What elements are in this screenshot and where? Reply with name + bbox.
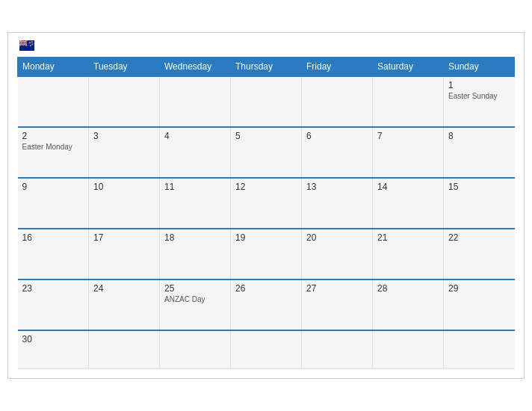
- day-number: 2: [22, 131, 84, 141]
- week-row-5: 232425ANZAC Day26272829: [18, 279, 515, 330]
- day-number: 4: [164, 131, 226, 141]
- calendar-header: [17, 40, 515, 51]
- day-cell: [373, 330, 444, 369]
- day-number: 7: [377, 131, 439, 141]
- day-cell: 24: [89, 279, 160, 330]
- day-cell: 15: [444, 178, 515, 229]
- svg-point-13: [30, 45, 31, 46]
- day-number: 19: [235, 232, 297, 243]
- day-cell: 7: [373, 127, 444, 178]
- calendar-wrapper: MondayTuesdayWednesdayThursdayFridaySatu…: [7, 32, 525, 380]
- day-header-friday: Friday: [302, 57, 373, 76]
- day-number: 29: [448, 283, 510, 294]
- day-cell: 27: [302, 279, 373, 330]
- day-number: 13: [306, 182, 368, 192]
- day-cell: 10: [89, 178, 160, 229]
- day-cell: 16: [18, 229, 89, 279]
- day-cell: [231, 76, 302, 127]
- day-number: 21: [377, 232, 439, 243]
- day-cell: [160, 76, 231, 127]
- day-header-tuesday: Tuesday: [89, 57, 160, 76]
- day-number: 14: [377, 182, 439, 192]
- day-cell: 22: [444, 229, 515, 279]
- day-cell: 17: [89, 229, 160, 279]
- week-row-3: 9101112131415: [18, 178, 515, 229]
- day-cell: [302, 76, 373, 127]
- day-number: 15: [448, 182, 510, 192]
- day-number: 18: [164, 232, 226, 243]
- day-cell: 13: [302, 178, 373, 229]
- day-number: 27: [306, 283, 368, 294]
- day-cell: 3: [89, 127, 160, 178]
- day-cell: 8: [444, 127, 515, 178]
- week-row-6: 30: [18, 330, 515, 369]
- day-cell: [160, 330, 231, 369]
- day-number: 6: [306, 131, 368, 141]
- day-number: 25: [164, 283, 226, 294]
- day-cell: 20: [302, 229, 373, 279]
- holiday-label: Easter Monday: [22, 143, 84, 151]
- svg-point-12: [32, 43, 34, 45]
- day-cell: 25ANZAC Day: [160, 279, 231, 330]
- day-cell: 9: [18, 178, 89, 229]
- day-number: 12: [235, 182, 297, 192]
- day-header-wednesday: Wednesday: [160, 57, 231, 76]
- day-cell: [18, 76, 89, 127]
- day-cell: [373, 76, 444, 127]
- day-number: 20: [306, 232, 368, 243]
- day-number: 28: [377, 283, 439, 294]
- day-headers-row: MondayTuesdayWednesdayThursdayFridaySatu…: [18, 57, 515, 76]
- logo: [17, 40, 34, 51]
- day-cell: [302, 330, 373, 369]
- day-header-sunday: Sunday: [444, 57, 515, 76]
- svg-point-11: [31, 41, 33, 43]
- day-cell: 14: [373, 178, 444, 229]
- day-number: 16: [22, 232, 84, 243]
- day-cell: 30: [18, 330, 89, 369]
- day-number: 24: [93, 283, 155, 294]
- week-row-2: 2Easter Monday345678: [18, 127, 515, 178]
- day-cell: 28: [373, 279, 444, 330]
- logo-blue-text: [17, 40, 34, 51]
- day-cell: 26: [231, 279, 302, 330]
- day-number: 26: [235, 283, 297, 294]
- day-header-saturday: Saturday: [373, 57, 444, 76]
- week-row-4: 16171819202122: [18, 229, 515, 279]
- day-number: 23: [22, 283, 84, 294]
- day-cell: 23: [18, 279, 89, 330]
- day-cell: 29: [444, 279, 515, 330]
- day-cell: [89, 76, 160, 127]
- day-cell: 5: [231, 127, 302, 178]
- day-number: 11: [164, 182, 226, 192]
- calendar-table: MondayTuesdayWednesdayThursdayFridaySatu…: [17, 57, 515, 370]
- logo-flag-icon: [19, 40, 34, 51]
- day-header-monday: Monday: [18, 57, 89, 76]
- day-cell: [89, 330, 160, 369]
- day-cell: 4: [160, 127, 231, 178]
- day-header-thursday: Thursday: [231, 57, 302, 76]
- day-cell: 21: [373, 229, 444, 279]
- day-cell: 2Easter Monday: [18, 127, 89, 178]
- day-cell: 19: [231, 229, 302, 279]
- day-cell: 11: [160, 178, 231, 229]
- day-cell: 18: [160, 229, 231, 279]
- day-number: 30: [22, 334, 84, 344]
- day-cell: [231, 330, 302, 369]
- holiday-label: ANZAC Day: [164, 295, 226, 303]
- day-cell: 12: [231, 178, 302, 229]
- day-cell: 6: [302, 127, 373, 178]
- day-cell: 1Easter Sunday: [444, 76, 515, 127]
- day-number: 9: [22, 182, 84, 192]
- day-cell: [444, 330, 515, 369]
- holiday-label: Easter Sunday: [448, 92, 510, 100]
- week-row-1: 1Easter Sunday: [18, 76, 515, 127]
- day-number: 10: [93, 182, 155, 192]
- day-number: 5: [235, 131, 297, 141]
- day-number: 8: [448, 131, 510, 141]
- day-number: 1: [448, 80, 510, 90]
- day-number: 22: [448, 232, 510, 243]
- day-number: 17: [93, 232, 155, 243]
- svg-point-10: [29, 42, 31, 43]
- day-number: 3: [93, 131, 155, 141]
